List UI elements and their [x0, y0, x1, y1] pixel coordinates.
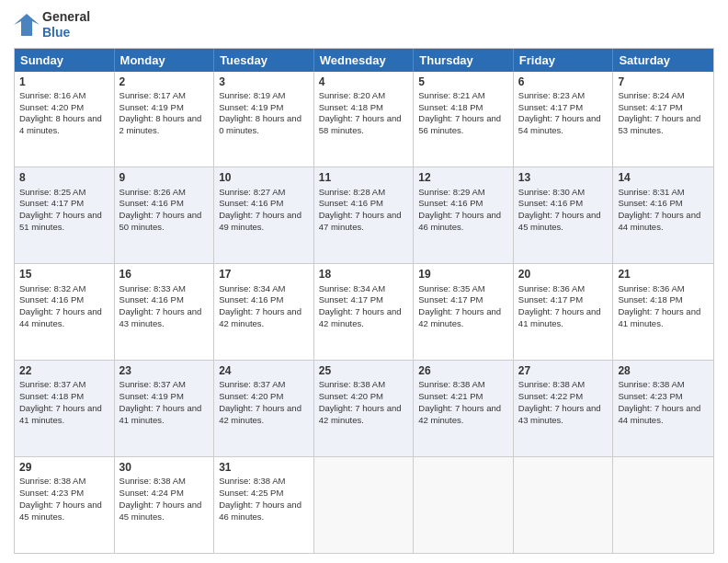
calendar-row-1: 1Sunrise: 8:16 AMSunset: 4:20 PMDaylight…: [15, 72, 713, 167]
sunrise-text: Sunrise: 8:23 AM: [518, 90, 585, 100]
sunset-text: Sunset: 4:17 PM: [19, 198, 84, 208]
daylight-text: Daylight: 7 hours and 45 minutes.: [518, 210, 601, 232]
day-number: 1: [19, 75, 109, 89]
sunrise-text: Sunrise: 8:38 AM: [119, 476, 186, 486]
empty-cell: [314, 457, 415, 553]
day-number: 12: [418, 170, 508, 185]
sunrise-text: Sunrise: 8:38 AM: [518, 379, 585, 389]
calendar-row-4: 22Sunrise: 8:37 AMSunset: 4:18 PMDayligh…: [15, 360, 713, 456]
daylight-text: Daylight: 7 hours and 43 minutes.: [518, 403, 601, 425]
daylight-text: Daylight: 7 hours and 42 minutes.: [319, 306, 402, 328]
day-number: 16: [119, 267, 210, 282]
day-cell-24: 24Sunrise: 8:37 AMSunset: 4:20 PMDayligh…: [214, 361, 314, 456]
weekday-header-wednesday: Wednesday: [314, 49, 415, 72]
empty-cell: [514, 457, 614, 553]
day-cell-27: 27Sunrise: 8:38 AMSunset: 4:22 PMDayligh…: [514, 361, 614, 456]
sunrise-text: Sunrise: 8:17 AM: [119, 90, 186, 100]
sunset-text: Sunset: 4:16 PM: [219, 294, 283, 304]
empty-cell: [414, 457, 514, 553]
day-cell-10: 10Sunrise: 8:27 AMSunset: 4:16 PMDayligh…: [214, 167, 314, 263]
sunrise-text: Sunrise: 8:38 AM: [19, 476, 85, 486]
day-cell-13: 13Sunrise: 8:30 AMSunset: 4:16 PMDayligh…: [514, 167, 614, 263]
calendar: SundayMondayTuesdayWednesdayThursdayFrid…: [14, 48, 714, 554]
day-cell-23: 23Sunrise: 8:37 AMSunset: 4:19 PMDayligh…: [115, 361, 215, 456]
sunset-text: Sunset: 4:25 PM: [219, 488, 283, 498]
sunset-text: Sunset: 4:16 PM: [119, 294, 184, 304]
sunset-text: Sunset: 4:17 PM: [319, 294, 383, 304]
sunrise-text: Sunrise: 8:30 AM: [518, 187, 585, 197]
sunset-text: Sunset: 4:16 PM: [19, 294, 84, 304]
sunrise-text: Sunrise: 8:27 AM: [219, 187, 285, 197]
daylight-text: Daylight: 7 hours and 43 minutes.: [119, 306, 202, 328]
weekday-header-monday: Monday: [115, 49, 215, 72]
day-cell-26: 26Sunrise: 8:38 AMSunset: 4:21 PMDayligh…: [414, 361, 514, 456]
sunset-text: Sunset: 4:22 PM: [518, 391, 583, 401]
day-cell-30: 30Sunrise: 8:38 AMSunset: 4:24 PMDayligh…: [115, 457, 215, 553]
day-number: 5: [418, 75, 508, 89]
svg-marker-0: [14, 14, 40, 36]
sunset-text: Sunset: 4:19 PM: [119, 102, 184, 112]
sunset-text: Sunset: 4:18 PM: [418, 102, 483, 112]
daylight-text: Daylight: 7 hours and 42 minutes.: [219, 403, 301, 425]
day-cell-29: 29Sunrise: 8:38 AMSunset: 4:23 PMDayligh…: [15, 457, 115, 553]
day-number: 29: [19, 460, 109, 475]
sunset-text: Sunset: 4:17 PM: [418, 294, 483, 304]
weekday-header-tuesday: Tuesday: [214, 49, 314, 72]
day-number: 28: [618, 363, 709, 378]
sunset-text: Sunset: 4:21 PM: [418, 391, 483, 401]
day-cell-6: 6Sunrise: 8:23 AMSunset: 4:17 PMDaylight…: [514, 72, 614, 167]
sunrise-text: Sunrise: 8:36 AM: [618, 283, 684, 293]
sunrise-text: Sunrise: 8:38 AM: [219, 476, 285, 486]
sunrise-text: Sunrise: 8:21 AM: [418, 90, 484, 100]
sunset-text: Sunset: 4:20 PM: [219, 391, 283, 401]
sunrise-text: Sunrise: 8:38 AM: [418, 379, 484, 389]
sunset-text: Sunset: 4:17 PM: [518, 294, 583, 304]
day-number: 21: [618, 267, 709, 282]
day-number: 24: [219, 363, 309, 378]
sunset-text: Sunset: 4:18 PM: [618, 294, 682, 304]
day-number: 26: [418, 363, 508, 378]
sunset-text: Sunset: 4:19 PM: [219, 102, 283, 112]
daylight-text: Daylight: 7 hours and 58 minutes.: [319, 113, 402, 135]
daylight-text: Daylight: 8 hours and 0 minutes.: [219, 113, 301, 135]
day-cell-7: 7Sunrise: 8:24 AMSunset: 4:17 PMDaylight…: [613, 72, 713, 167]
day-cell-9: 9Sunrise: 8:26 AMSunset: 4:16 PMDaylight…: [115, 167, 215, 263]
daylight-text: Daylight: 7 hours and 45 minutes.: [119, 500, 202, 522]
daylight-text: Daylight: 7 hours and 44 minutes.: [618, 403, 700, 425]
weekday-header-saturday: Saturday: [613, 49, 713, 72]
day-number: 10: [219, 170, 309, 185]
day-number: 20: [518, 267, 609, 282]
day-number: 17: [219, 267, 309, 282]
day-number: 13: [518, 170, 609, 185]
day-cell-21: 21Sunrise: 8:36 AMSunset: 4:18 PMDayligh…: [613, 264, 713, 360]
sunrise-text: Sunrise: 8:16 AM: [19, 90, 85, 100]
calendar-row-3: 15Sunrise: 8:32 AMSunset: 4:16 PMDayligh…: [15, 263, 713, 360]
daylight-text: Daylight: 7 hours and 42 minutes.: [418, 306, 501, 328]
sunrise-text: Sunrise: 8:25 AM: [19, 187, 85, 197]
sunset-text: Sunset: 4:16 PM: [219, 198, 283, 208]
sunset-text: Sunset: 4:18 PM: [19, 391, 84, 401]
day-cell-31: 31Sunrise: 8:38 AMSunset: 4:25 PMDayligh…: [214, 457, 314, 553]
day-cell-20: 20Sunrise: 8:36 AMSunset: 4:17 PMDayligh…: [514, 264, 614, 360]
daylight-text: Daylight: 7 hours and 42 minutes.: [418, 403, 501, 425]
empty-cell: [613, 457, 713, 553]
header: General Blue: [14, 9, 714, 40]
sunset-text: Sunset: 4:16 PM: [618, 198, 682, 208]
daylight-text: Daylight: 7 hours and 46 minutes.: [219, 500, 301, 522]
calendar-page: General Blue SundayMondayTuesdayWednesda…: [0, 0, 728, 563]
day-cell-5: 5Sunrise: 8:21 AMSunset: 4:18 PMDaylight…: [414, 72, 514, 167]
daylight-text: Daylight: 7 hours and 41 minutes.: [618, 306, 700, 328]
day-cell-18: 18Sunrise: 8:34 AMSunset: 4:17 PMDayligh…: [314, 264, 415, 360]
calendar-row-5: 29Sunrise: 8:38 AMSunset: 4:23 PMDayligh…: [15, 456, 713, 553]
day-cell-22: 22Sunrise: 8:37 AMSunset: 4:18 PMDayligh…: [15, 361, 115, 456]
day-cell-25: 25Sunrise: 8:38 AMSunset: 4:20 PMDayligh…: [314, 361, 415, 456]
sunset-text: Sunset: 4:19 PM: [119, 391, 184, 401]
sunset-text: Sunset: 4:17 PM: [618, 102, 682, 112]
sunset-text: Sunset: 4:23 PM: [618, 391, 682, 401]
day-cell-12: 12Sunrise: 8:29 AMSunset: 4:16 PMDayligh…: [414, 167, 514, 263]
daylight-text: Daylight: 7 hours and 45 minutes.: [19, 500, 102, 522]
day-number: 19: [418, 267, 508, 282]
day-cell-17: 17Sunrise: 8:34 AMSunset: 4:16 PMDayligh…: [214, 264, 314, 360]
logo: General Blue: [14, 9, 90, 40]
sunrise-text: Sunrise: 8:26 AM: [119, 187, 186, 197]
